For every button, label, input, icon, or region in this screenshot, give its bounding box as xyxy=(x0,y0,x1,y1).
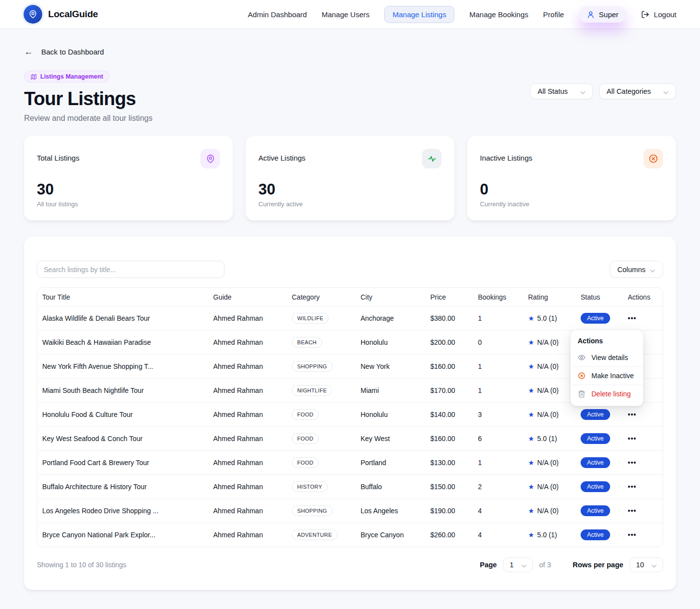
cell-category: SHOPPING xyxy=(287,498,356,523)
cell-category: FOOD xyxy=(287,402,356,426)
cell-bookings: 4 xyxy=(473,498,523,523)
listings-table-card: Columns Tour TitleGuideCategoryCityPrice… xyxy=(24,237,676,590)
column-header-category: Category xyxy=(287,288,356,306)
category-badge: BEACH xyxy=(292,337,322,348)
cell-category: WILDLIFE xyxy=(287,306,356,330)
row-actions-button[interactable]: ••• xyxy=(628,411,637,418)
cell-bookings: 1 xyxy=(473,378,523,402)
table-row: Miami South Beach Nightlife TourAhmed Ra… xyxy=(37,378,663,402)
cell-guide: Ahmed Rahman xyxy=(208,378,287,402)
view-details-menu-item[interactable]: View details xyxy=(571,349,643,366)
column-header-bookings: Bookings xyxy=(473,288,523,306)
nav-item-admin-dashboard[interactable]: Admin Dashboard xyxy=(248,10,307,19)
cell-price: $140.00 xyxy=(425,402,473,426)
stat-value: 30 xyxy=(258,181,442,198)
table-row: New York Fifth Avenue Shopping T...Ahmed… xyxy=(37,354,663,378)
column-header-city: City xyxy=(356,288,425,306)
cell-price: $260.00 xyxy=(425,523,473,547)
cell-tour-title: Miami South Beach Nightlife Tour xyxy=(37,378,208,402)
star-icon: ★ xyxy=(528,459,534,467)
cell-price: $200.00 xyxy=(425,330,473,354)
status-filter-select[interactable]: All Status xyxy=(530,83,592,99)
table-row: Waikiki Beach & Hawaiian ParadiseAhmed R… xyxy=(37,330,663,354)
cell-tour-title: New York Fifth Avenue Shopping T... xyxy=(37,354,208,378)
page-subtitle: Review and moderate all tour listings xyxy=(24,114,152,123)
nav-links: Admin DashboardManage UsersManage Listin… xyxy=(248,6,564,23)
nav-item-manage-listings[interactable]: Manage Listings xyxy=(384,6,454,23)
cell-guide: Ahmed Rahman xyxy=(208,306,287,330)
row-actions-button[interactable]: ••• xyxy=(628,531,637,539)
search-input[interactable] xyxy=(37,261,224,278)
make-inactive-menu-item[interactable]: Make Inactive xyxy=(571,366,643,385)
star-icon: ★ xyxy=(528,531,534,539)
back-to-dashboard-link[interactable]: ← Back to Dashboard xyxy=(24,47,104,56)
cell-price: $160.00 xyxy=(425,426,473,450)
cell-tour-title: Key West Seafood & Conch Tour xyxy=(37,426,208,450)
cell-price: $170.00 xyxy=(425,378,473,402)
rating-value: N/A (0) xyxy=(537,362,559,370)
cell-city: Portland xyxy=(356,450,425,474)
cell-actions: ••• xyxy=(623,306,663,330)
cell-category: FOOD xyxy=(287,450,356,474)
stat-caption: Currently active xyxy=(258,200,442,208)
rating-value: N/A (0) xyxy=(537,507,559,515)
logout-button[interactable]: Logout xyxy=(641,10,676,19)
chevron-down-icon xyxy=(664,89,669,94)
status-badge: Active xyxy=(581,313,610,324)
cell-bookings: 0 xyxy=(473,330,523,354)
cell-status: Active xyxy=(576,523,623,547)
delete-listing-label: Delete listing xyxy=(591,390,631,398)
view-details-label: View details xyxy=(591,354,628,361)
cell-tour-title: Waikiki Beach & Hawaiian Paradise xyxy=(37,330,208,354)
status-badge: Active xyxy=(581,529,610,540)
cell-rating: ★N/A (0) xyxy=(523,354,576,378)
table-header-row: Tour TitleGuideCategoryCityPriceBookings… xyxy=(37,288,663,306)
rating-value: 5.0 (1) xyxy=(537,314,557,322)
stat-value: 0 xyxy=(480,181,663,198)
star-icon: ★ xyxy=(528,362,534,370)
listings-management-badge: Listings Management xyxy=(24,71,110,83)
cell-actions: ••• xyxy=(623,498,663,523)
rating-value: N/A (0) xyxy=(537,338,559,346)
column-header-guide: Guide xyxy=(208,288,287,306)
cell-rating: ★5.0 (1) xyxy=(523,523,576,547)
star-icon: ★ xyxy=(528,411,534,418)
columns-button[interactable]: Columns xyxy=(610,261,663,278)
cell-actions: ••• xyxy=(623,523,663,547)
cell-status: Active xyxy=(576,426,623,450)
nav-item-profile[interactable]: Profile xyxy=(543,10,564,19)
row-actions-button[interactable]: ••• xyxy=(628,459,637,467)
row-actions-button[interactable]: ••• xyxy=(628,507,637,515)
row-actions-button[interactable]: ••• xyxy=(628,314,637,322)
nav-items: Admin DashboardManage UsersManage Listin… xyxy=(248,6,676,23)
circle-x-icon xyxy=(578,372,586,380)
chevron-down-icon xyxy=(652,562,657,567)
row-actions-button[interactable]: ••• xyxy=(628,483,637,491)
rows-per-page-select[interactable]: 10 xyxy=(630,557,663,572)
table-row: Portland Food Cart & Brewery TourAhmed R… xyxy=(37,450,663,474)
table-row: Bryce Canyon National Park Explor...Ahme… xyxy=(37,523,663,547)
page-select[interactable]: 1 xyxy=(503,557,532,572)
cell-tour-title: Buffalo Architecture & History Tour xyxy=(37,474,208,498)
nav-item-manage-bookings[interactable]: Manage Bookings xyxy=(469,10,528,19)
cell-price: $160.00 xyxy=(425,354,473,378)
cell-bookings: 6 xyxy=(473,426,523,450)
map-pin-logo-icon xyxy=(24,5,42,24)
chevron-down-icon xyxy=(522,562,527,567)
nav-item-manage-users[interactable]: Manage Users xyxy=(322,10,370,19)
user-menu-button[interactable]: Super xyxy=(579,6,626,23)
table-row: Key West Seafood & Conch TourAhmed Rahma… xyxy=(37,426,663,450)
category-badge: WILDLIFE xyxy=(292,313,329,324)
delete-listing-menu-item[interactable]: Delete listing xyxy=(571,385,643,403)
status-badge: Active xyxy=(581,409,610,420)
user-name: Super xyxy=(599,10,618,19)
cell-city: Key West xyxy=(356,426,425,450)
cell-city: Honolulu xyxy=(356,402,425,426)
category-badge: FOOD xyxy=(292,409,319,420)
category-badge: SHOPPING xyxy=(292,505,333,516)
category-badge: HISTORY xyxy=(292,481,328,492)
row-actions-button[interactable]: ••• xyxy=(628,435,637,443)
category-filter-select[interactable]: All Categories xyxy=(599,83,676,99)
cell-city: Miami xyxy=(356,378,425,402)
column-header-rating: Rating xyxy=(523,288,576,306)
